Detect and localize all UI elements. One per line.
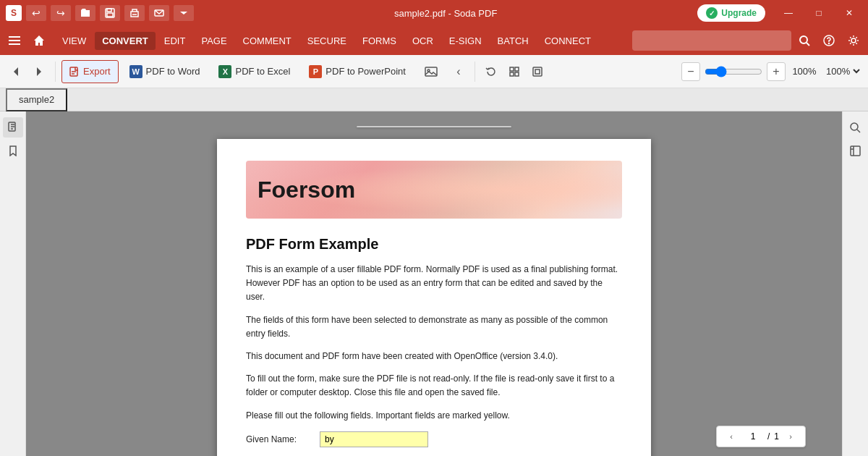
app-logo: S bbox=[6, 5, 22, 21]
svg-rect-6 bbox=[9, 40, 20, 41]
svg-rect-16 bbox=[515, 67, 519, 71]
menu-convert[interactable]: CONVERT bbox=[95, 32, 156, 50]
svg-point-10 bbox=[829, 43, 830, 44]
pdf-header-title: Foersom bbox=[258, 177, 355, 203]
zoom-value: 100% bbox=[790, 66, 819, 77]
pdf-to-word-button[interactable]: W PDF to Word bbox=[122, 60, 208, 83]
pdf-paragraph-5: Please fill out the following fields. Im… bbox=[246, 409, 622, 423]
menu-forms[interactable]: FORMS bbox=[355, 32, 404, 50]
save-button[interactable] bbox=[100, 5, 120, 21]
zoom-slider[interactable] bbox=[705, 66, 762, 77]
ppt-icon: P bbox=[309, 65, 322, 78]
page-separator: / bbox=[767, 431, 770, 442]
view-tab-view[interactable]: View bbox=[357, 127, 401, 127]
left-sidebar bbox=[0, 111, 26, 456]
menu-search-input[interactable] bbox=[632, 30, 791, 51]
next-page-button[interactable]: › bbox=[783, 429, 798, 444]
toolbar-more-left-button[interactable]: ‹ bbox=[448, 62, 469, 82]
upgrade-button[interactable]: ✓ Upgrade bbox=[697, 4, 765, 22]
minimize-button[interactable]: — bbox=[775, 0, 801, 26]
expand-button[interactable] bbox=[527, 62, 548, 82]
menu-secure[interactable]: SECURE bbox=[300, 32, 354, 50]
menu-page[interactable]: PAGE bbox=[194, 32, 234, 50]
titlebar: S ↩ ↪ sample2.pdf - Soda PDF ✓ Upgrade —… bbox=[0, 0, 868, 26]
svg-rect-20 bbox=[535, 69, 540, 74]
pdf-paragraph-2: The fields of this form have been select… bbox=[246, 313, 622, 341]
svg-rect-13 bbox=[425, 67, 437, 76]
svg-point-22 bbox=[851, 123, 858, 130]
current-page-input[interactable] bbox=[743, 431, 763, 442]
window-title: sample2.pdf - Soda PDF bbox=[198, 8, 693, 19]
right-expand-button[interactable] bbox=[846, 140, 866, 161]
svg-rect-19 bbox=[533, 67, 542, 76]
pdf-form-field-row: Given Name: bbox=[246, 431, 622, 447]
menu-comment[interactable]: COMMENT bbox=[236, 32, 299, 50]
svg-rect-7 bbox=[9, 43, 20, 45]
image-button[interactable] bbox=[417, 60, 446, 83]
print-button[interactable] bbox=[124, 5, 145, 21]
back-nav-button[interactable] bbox=[6, 62, 26, 82]
zoom-out-button[interactable]: − bbox=[681, 62, 700, 81]
close-button[interactable]: ✕ bbox=[836, 0, 862, 26]
given-name-input[interactable] bbox=[320, 431, 428, 447]
menu-batch[interactable]: BATCH bbox=[490, 32, 536, 50]
svg-rect-17 bbox=[510, 72, 514, 76]
pdf-header-image: Foersom bbox=[246, 161, 622, 219]
fit-page-button[interactable] bbox=[504, 62, 524, 82]
menu-edit[interactable]: EDIT bbox=[157, 32, 193, 50]
pdf-page: Foersom PDF Form Example This is an exam… bbox=[217, 139, 651, 456]
undo-button[interactable]: ↩ bbox=[26, 5, 46, 21]
svg-rect-2 bbox=[107, 13, 113, 17]
svg-rect-18 bbox=[515, 72, 519, 76]
tab-sample2[interactable]: sample2 bbox=[6, 88, 67, 111]
menu-ocr[interactable]: OCR bbox=[405, 32, 441, 50]
open-button[interactable] bbox=[75, 5, 95, 21]
pdf-paragraph-3: This document and PDF form have been cre… bbox=[246, 350, 622, 363]
more-tools-button[interactable] bbox=[174, 5, 194, 21]
word-icon: W bbox=[129, 65, 142, 78]
svg-rect-15 bbox=[510, 67, 514, 71]
sidebar-bookmarks-button[interactable] bbox=[3, 140, 23, 161]
maximize-button[interactable]: □ bbox=[806, 0, 832, 26]
email-button[interactable] bbox=[149, 5, 169, 21]
menu-connect[interactable]: CONNECT bbox=[537, 32, 598, 50]
zoom-dropdown[interactable]: 100%75%50%150%200% bbox=[823, 65, 862, 77]
prev-page-button[interactable]: ‹ bbox=[724, 429, 739, 444]
view-tab-select-text[interactable]: Select Text bbox=[442, 127, 511, 127]
given-name-label: Given Name: bbox=[246, 434, 311, 444]
svg-rect-1 bbox=[107, 9, 111, 12]
page-footer: ‹ / 1 › bbox=[716, 426, 806, 447]
help-icon-button[interactable] bbox=[817, 29, 841, 52]
redo-button[interactable]: ↪ bbox=[51, 5, 71, 21]
menubar: VIEW CONVERT EDIT PAGE COMMENT SECURE FO… bbox=[0, 26, 868, 55]
sidebar-pages-button[interactable] bbox=[3, 117, 23, 138]
pdf-paragraph-4: To fill out the form, make sure the PDF … bbox=[246, 372, 622, 400]
pdf-to-excel-button[interactable]: X PDF to Excel bbox=[210, 60, 298, 83]
main-layout: View Edit Select Text Foersom PDF Form E… bbox=[0, 111, 868, 456]
view-edit-tabs: View Edit Select Text bbox=[357, 126, 511, 127]
menu-view[interactable]: VIEW bbox=[55, 32, 93, 50]
hamburger-menu-button[interactable] bbox=[3, 29, 26, 52]
right-search-button[interactable] bbox=[846, 117, 866, 138]
export-button[interactable]: Export bbox=[61, 60, 119, 83]
settings-icon-button[interactable] bbox=[842, 29, 865, 52]
pdf-to-ppt-button[interactable]: P PDF to PowerPoint bbox=[301, 60, 414, 83]
home-button[interactable] bbox=[27, 29, 51, 52]
toolbar-separator-1 bbox=[55, 62, 56, 82]
svg-rect-23 bbox=[851, 146, 860, 156]
toolbar: Export W PDF to Word X PDF to Excel P PD… bbox=[0, 55, 868, 88]
excel-icon: X bbox=[218, 65, 231, 78]
document-tabbar: sample2 bbox=[0, 88, 868, 111]
pdf-paragraph-1: This is an example of a user fillable PD… bbox=[246, 263, 622, 305]
right-sidebar bbox=[842, 111, 868, 456]
svg-point-8 bbox=[800, 36, 807, 43]
content-area[interactable]: View Edit Select Text Foersom PDF Form E… bbox=[26, 111, 842, 456]
rotate-button[interactable] bbox=[481, 62, 501, 82]
menu-esign[interactable]: E-SIGN bbox=[442, 32, 489, 50]
svg-rect-5 bbox=[9, 36, 20, 38]
zoom-controls: − + 100% 100%75%50%150%200% bbox=[681, 62, 862, 81]
view-tab-edit[interactable]: Edit bbox=[401, 127, 441, 127]
forward-nav-button[interactable] bbox=[29, 62, 49, 82]
zoom-in-button[interactable]: + bbox=[767, 62, 786, 81]
search-icon-button[interactable] bbox=[793, 29, 816, 52]
